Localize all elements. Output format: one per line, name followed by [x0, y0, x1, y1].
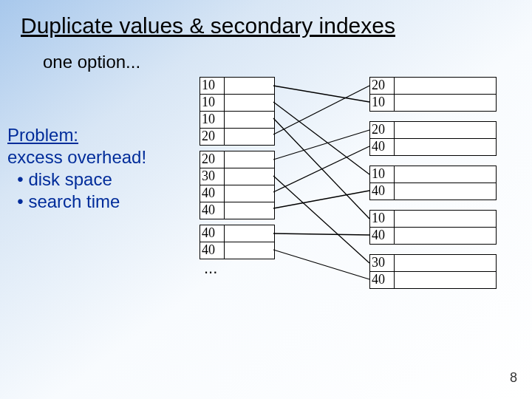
problem-heading: Problem:: [7, 125, 78, 145]
record-row: 20: [370, 78, 496, 95]
index-row: 20: [200, 129, 274, 145]
record-row: 10: [370, 166, 496, 183]
record-row: 40: [370, 228, 496, 244]
record-row: 40: [370, 272, 496, 288]
record-block: 1040: [369, 210, 497, 245]
pointer-line: [273, 176, 369, 263]
slide-title: Duplicate values & secondary indexes: [21, 13, 395, 38]
problem-bullet1: • disk space: [17, 169, 112, 189]
slide-subtitle: one option...: [43, 52, 140, 72]
record-block: 2040: [369, 121, 497, 156]
record-key: 10: [370, 166, 395, 183]
record-key: 40: [370, 272, 395, 288]
page-number: 8: [510, 370, 517, 386]
index-pointer-cell: [225, 202, 274, 219]
record-row: 40: [370, 139, 496, 155]
index-pointer-cell: [225, 225, 274, 242]
record-block: 2010: [369, 77, 497, 112]
record-payload: [395, 139, 496, 155]
record-row: 10: [370, 95, 496, 111]
index-key: 10: [200, 112, 225, 128]
record-row: 20: [370, 122, 496, 139]
pointer-line: [273, 86, 369, 134]
pointer-line: [273, 118, 369, 219]
pointer-line: [273, 86, 369, 102]
index-row: 10: [200, 95, 274, 112]
record-payload: [395, 95, 496, 111]
record-payload: [395, 255, 496, 271]
pointer-line: [273, 130, 369, 160]
index-row: 40: [200, 202, 274, 219]
record-key: 10: [370, 211, 395, 227]
record-key: 40: [370, 183, 395, 200]
record-payload: [395, 183, 496, 200]
index-pointer-cell: [225, 242, 274, 259]
index-row: 20: [200, 151, 274, 168]
problem-text: Problem: excess overhead! • disk space •…: [7, 124, 146, 213]
record-key: 20: [370, 78, 395, 94]
index-pointer-cell: [225, 129, 274, 145]
record-block: 1040: [369, 166, 497, 200]
record-row: 30: [370, 255, 496, 272]
index-key: 40: [200, 185, 225, 202]
pointer-line: [273, 233, 369, 235]
index-key: 40: [200, 242, 225, 259]
index-key: 20: [200, 129, 225, 145]
record-payload: [395, 166, 496, 183]
index-row: 40: [200, 225, 274, 242]
record-key: 40: [370, 139, 395, 155]
index-row: 30: [200, 168, 274, 185]
pointer-line: [273, 191, 369, 208]
index-key: 10: [200, 95, 225, 111]
problem-line2: excess overhead!: [7, 147, 146, 167]
index-key: 20: [200, 151, 225, 168]
record-row: 10: [370, 211, 496, 228]
record-key: 40: [370, 228, 395, 244]
record-payload: [395, 272, 496, 288]
index-block: 4040: [200, 225, 275, 259]
index-row: 10: [200, 78, 274, 95]
index-key: 40: [200, 225, 225, 242]
record-payload: [395, 122, 496, 138]
record-payload: [395, 78, 496, 94]
index-key: 10: [200, 78, 225, 94]
index-key: 30: [200, 168, 225, 185]
index-pointer-cell: [225, 78, 274, 94]
ellipsis: ...: [204, 259, 217, 278]
index-block: 10101020: [200, 77, 275, 146]
record-payload: [395, 228, 496, 244]
index-pointer-cell: [225, 151, 274, 168]
index-key: 40: [200, 202, 225, 219]
index-pointer-cell: [225, 95, 274, 111]
record-key: 20: [370, 122, 395, 138]
index-pointer-cell: [225, 185, 274, 202]
problem-bullet2: • search time: [17, 191, 120, 211]
index-pointer-cell: [225, 168, 274, 185]
record-block: 3040: [369, 254, 497, 289]
pointer-line: [273, 146, 369, 192]
index-block: 20304040: [200, 151, 275, 219]
record-key: 10: [370, 95, 395, 111]
record-key: 30: [370, 255, 395, 271]
index-row: 40: [200, 185, 274, 202]
index-pointer-cell: [225, 112, 274, 128]
record-row: 40: [370, 183, 496, 200]
record-payload: [395, 211, 496, 227]
index-row: 40: [200, 242, 274, 259]
index-row: 10: [200, 112, 274, 129]
pointer-line: [273, 102, 369, 174]
pointer-line: [273, 250, 369, 279]
